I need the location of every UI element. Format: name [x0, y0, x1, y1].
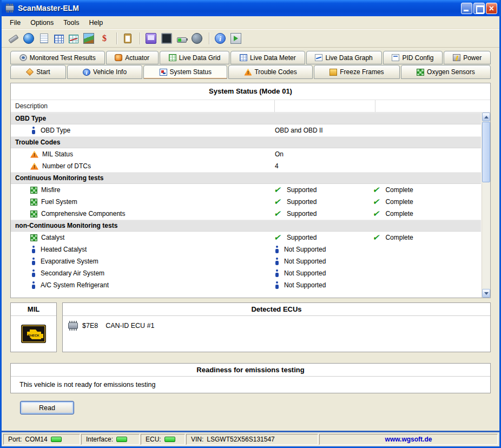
- exit-button[interactable]: [229, 31, 243, 45]
- row-status: Complete: [385, 186, 413, 194]
- maximize-button[interactable]: [473, 3, 485, 14]
- status-row-secondary-air-system[interactable]: Secondary Air SystemNot Supported: [11, 267, 481, 279]
- tab-monitored-test-results[interactable]: Monitored Test Results: [10, 51, 105, 64]
- battery-button[interactable]: [175, 33, 188, 44]
- row-label: Evaporative System: [41, 258, 98, 265]
- minimize-button[interactable]: [461, 3, 472, 14]
- ecu-id: $7E8: [82, 322, 98, 330]
- tab-actuator[interactable]: Actuator: [106, 51, 159, 64]
- vehicle-info-icon: [83, 69, 90, 76]
- row-label: Misfire: [41, 186, 60, 194]
- tab-start[interactable]: Start: [10, 65, 66, 79]
- status-port: Port: COM14: [3, 434, 80, 445]
- network-icon: [192, 33, 202, 44]
- tab-oxygen-sensors[interactable]: Oxygen Sensors: [401, 65, 491, 79]
- menu-bar: FileOptionsToolsHelp: [2, 16, 499, 29]
- tab-live-data-graph[interactable]: Live Data Graph: [306, 51, 382, 64]
- tab-system-status[interactable]: System Status: [143, 65, 227, 79]
- mil-icon-wrap: CHECK: [11, 316, 56, 352]
- tab-power[interactable]: Power: [444, 51, 491, 64]
- ecu-item[interactable]: $7E8CAN-ID ECU #1: [68, 319, 485, 332]
- menu-item-options[interactable]: Options: [25, 17, 58, 28]
- row-label: Number of DTCs: [42, 162, 91, 170]
- info-tool-button[interactable]: [213, 31, 227, 45]
- network-button[interactable]: [190, 31, 204, 45]
- status-row-misfire[interactable]: MisfireSupportedComplete: [11, 184, 481, 196]
- report-button[interactable]: [37, 31, 51, 45]
- status-row-mil-status[interactable]: MIL StatusOn: [11, 148, 481, 160]
- row-value: On: [275, 150, 284, 158]
- connector-button[interactable]: [6, 31, 20, 45]
- vin-label: VIN:: [191, 436, 203, 443]
- clipboard-button[interactable]: [121, 31, 135, 45]
- image-button[interactable]: [82, 31, 96, 45]
- section-row-non-continuous-monitoring-tests: non-Continuous Monitoring tests: [11, 220, 481, 232]
- display-button[interactable]: [160, 31, 174, 45]
- chip-icon: [68, 322, 78, 329]
- scrollbar-down-button[interactable]: [482, 289, 490, 298]
- tab-label: Live Data Meter: [250, 54, 296, 62]
- row-label: Comprehensive Components: [41, 210, 125, 218]
- info-icon: [32, 281, 35, 289]
- menu-item-tools[interactable]: Tools: [58, 17, 84, 28]
- ecu-led: [164, 437, 175, 442]
- monitored-test-icon: [30, 199, 37, 206]
- read-button[interactable]: Read: [20, 401, 74, 414]
- website-link[interactable]: www.wgsoft.de: [385, 436, 432, 443]
- currency-button[interactable]: [97, 31, 111, 45]
- data-graph-button[interactable]: [67, 32, 80, 45]
- status-table-body: OBD TypeOBD TypeOBD and OBD IITrouble Co…: [11, 113, 481, 298]
- close-button[interactable]: [486, 3, 497, 14]
- tab-pid-config[interactable]: PID Config: [383, 51, 443, 64]
- row-cell-value: On: [269, 148, 368, 160]
- web-button[interactable]: [22, 31, 36, 45]
- row-status: Complete: [385, 210, 413, 218]
- row-cell-description: Evaporative System: [11, 255, 269, 267]
- status-row-evaporative-system[interactable]: Evaporative SystemNot Supported: [11, 255, 481, 267]
- scrollbar-up-button[interactable]: [482, 113, 490, 121]
- scrollbar-thumb[interactable]: [482, 122, 490, 182]
- title-bar[interactable]: ScanMaster-ELM: [2, 0, 499, 16]
- info-icon: [32, 269, 35, 277]
- monitored-test-icon: [30, 234, 37, 241]
- chat-icon: [146, 33, 156, 44]
- row-label: A/C System Refrigerant: [41, 281, 109, 289]
- tab-vehicle-info[interactable]: Vehicle Info: [67, 65, 143, 79]
- trouble-codes-icon: [244, 69, 252, 76]
- live-graph-icon: [315, 54, 322, 61]
- data-table-button[interactable]: [52, 32, 65, 45]
- check-icon: [372, 210, 381, 218]
- status-row-catalyst[interactable]: CatalystSupportedComplete: [11, 232, 481, 243]
- menu-item-help[interactable]: Help: [84, 17, 108, 28]
- tab-live-data-meter[interactable]: Live Data Meter: [230, 51, 305, 64]
- row-cell-status: [368, 148, 481, 160]
- status-row-fuel-system[interactable]: Fuel SystemSupportedComplete: [11, 196, 481, 208]
- toolbar: [2, 29, 499, 48]
- row-value: 4: [275, 162, 279, 170]
- status-row-heated-catalyst[interactable]: Heated CatalystNot Supported: [11, 243, 481, 255]
- oxygen-sensors-icon: [417, 69, 424, 76]
- menu-item-file[interactable]: File: [5, 17, 25, 28]
- status-row-obd-type[interactable]: OBD TypeOBD and OBD II: [11, 124, 481, 136]
- vertical-scrollbar[interactable]: [482, 113, 490, 298]
- start-icon: [26, 68, 34, 76]
- live-meter-icon: [240, 54, 247, 61]
- exit-icon: [230, 33, 241, 44]
- section-label: non-Continuous Monitoring tests: [11, 222, 117, 229]
- section-row-continuous-monitoring-tests: Continuous Monitoring tests: [11, 172, 481, 184]
- status-row-comprehensive-components[interactable]: Comprehensive ComponentsSupportedComplet…: [11, 208, 481, 220]
- status-row-a-c-system-refrigerant[interactable]: A/C System RefrigerantNot Supported: [11, 279, 481, 291]
- tab-live-data-grid[interactable]: Live Data Grid: [160, 51, 229, 64]
- tab-trouble-codes[interactable]: Trouble Codes: [228, 65, 313, 79]
- svg-text:CHECK: CHECK: [28, 334, 39, 337]
- web-icon: [23, 33, 34, 44]
- row-cell-value: Not Supported: [269, 243, 368, 255]
- status-row-number-of-dtcs[interactable]: Number of DTCs4: [11, 160, 481, 172]
- chat-button[interactable]: [144, 31, 158, 45]
- monitored-test-icon: [30, 187, 37, 194]
- app-chip-icon: [5, 5, 14, 11]
- mid-row: MIL CHECK Detected ECUs $7E8CAN-ID ECU #…: [10, 302, 491, 352]
- mil-title: MIL: [11, 303, 56, 316]
- tab-freeze-frames[interactable]: Freeze Frames: [314, 65, 400, 79]
- monitored-test-icon: [30, 210, 37, 218]
